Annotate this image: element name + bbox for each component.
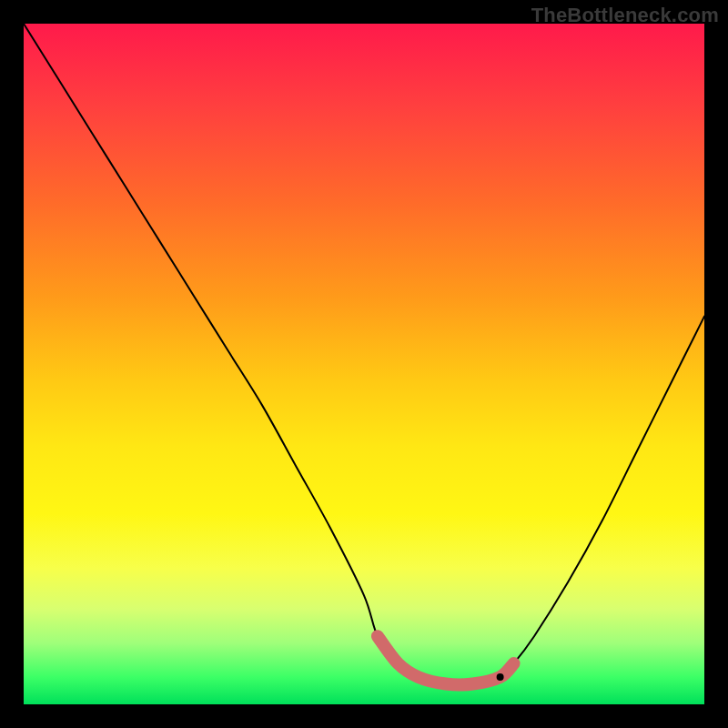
optimal-range-highlight [378, 636, 514, 684]
marker-dot [497, 673, 504, 681]
plot-area [24, 24, 704, 704]
bottleneck-curve [24, 24, 704, 684]
watermark-text: TheBottleneck.com [531, 4, 719, 27]
chart-frame: TheBottleneck.com [0, 0, 728, 728]
curve-layer [24, 24, 704, 704]
